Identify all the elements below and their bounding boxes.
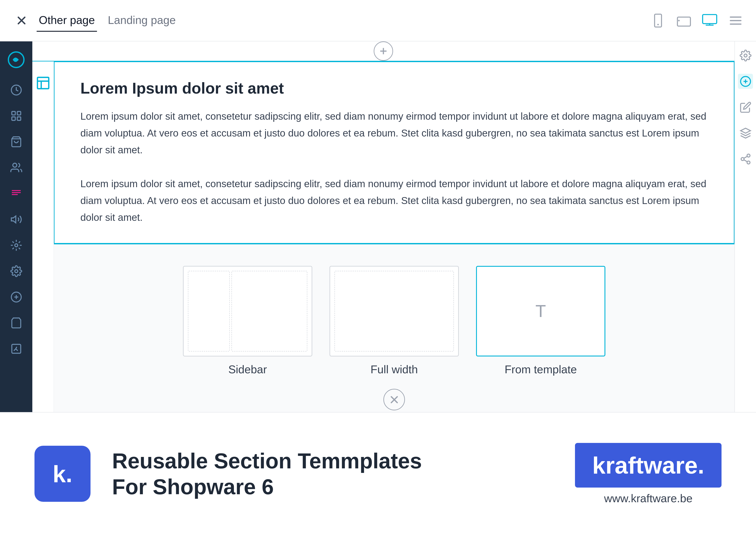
right-settings-button[interactable] [738, 48, 753, 63]
top-bar: Other page Landing page [0, 0, 756, 42]
sidebar-item-plugin[interactable] [9, 238, 24, 253]
content-wrapper: Lorem Ipsum dolor sit amet Lorem ipsum d… [32, 62, 735, 412]
tab-other-page[interactable]: Other page [37, 9, 97, 32]
section-title: Lorem Ipsum dolor sit amet [80, 79, 708, 97]
close-button[interactable] [13, 12, 30, 29]
right-sidebar [735, 42, 756, 412]
right-add-section-button[interactable] [738, 74, 753, 89]
svg-rect-17 [17, 117, 21, 120]
svg-rect-15 [17, 111, 21, 115]
banner-icon: k. [35, 446, 91, 502]
banner-title: Reusable Section Temmplates For Shopware… [112, 448, 554, 500]
svg-rect-32 [37, 77, 49, 89]
preview-main-col [231, 271, 307, 352]
svg-point-42 [747, 154, 750, 157]
svg-rect-14 [12, 111, 15, 115]
svg-point-43 [741, 157, 744, 160]
add-section-top[interactable] [32, 42, 735, 62]
template-label-from-template: From template [504, 363, 577, 376]
left-sidebar [0, 42, 32, 412]
preview-sidebar-col [188, 271, 230, 352]
banner-icon-letter: k. [53, 460, 72, 488]
svg-point-44 [747, 161, 750, 164]
banner-text: Reusable Section Temmplates For Shopware… [112, 448, 554, 500]
svg-marker-41 [741, 128, 750, 133]
section-layout-button[interactable] [35, 74, 52, 92]
banner-logo: kraftware. www.kraftware.be [575, 443, 721, 505]
page-tabs: Other page Landing page [37, 9, 650, 32]
template-card-sidebar[interactable]: Sidebar [183, 266, 312, 376]
sidebar-item-marketing[interactable] [9, 212, 24, 227]
close-chooser-button[interactable] [383, 389, 405, 410]
app-logo[interactable] [7, 50, 26, 70]
template-options: Sidebar Full width [183, 266, 606, 376]
sidebar-item-settings[interactable] [9, 264, 24, 279]
right-layers-button[interactable] [738, 126, 753, 141]
sidebar-item-content[interactable] [9, 186, 24, 201]
main-area: Lorem Ipsum dolor sit amet Lorem ipsum d… [0, 42, 756, 412]
sidebar-item-contacts[interactable] [9, 160, 24, 175]
template-preview-from-template[interactable]: T [476, 266, 606, 356]
template-card-full-width[interactable]: Full width [330, 266, 459, 376]
template-label-full-width: Full width [370, 363, 418, 376]
svg-point-25 [15, 269, 18, 272]
sidebar-navigation [9, 82, 24, 356]
sidebar-item-pages[interactable] [9, 108, 24, 123]
right-edit-button[interactable] [738, 99, 753, 115]
svg-marker-23 [11, 216, 16, 223]
sidebar-item-cart[interactable] [9, 315, 24, 330]
sidebar-item-analytics[interactable] [9, 341, 24, 356]
svg-rect-4 [677, 17, 690, 26]
svg-point-37 [744, 54, 747, 57]
template-label-sidebar: Sidebar [228, 363, 267, 376]
svg-line-46 [744, 156, 747, 158]
sidebar-item-add[interactable] [9, 289, 24, 304]
content-section: Lorem Ipsum dolor sit amet Lorem ipsum d… [54, 62, 735, 244]
template-chooser: Sidebar Full width [54, 244, 735, 412]
template-preview-full-width[interactable] [330, 266, 459, 356]
editor-area: Lorem Ipsum dolor sit amet Lorem ipsum d… [32, 42, 735, 412]
svg-rect-6 [703, 14, 716, 23]
svg-line-45 [744, 159, 747, 161]
right-share-button[interactable] [738, 152, 753, 166]
tablet-view-button[interactable] [676, 13, 691, 28]
sidebar-item-dashboard[interactable] [9, 82, 24, 98]
bottom-banner: k. Reusable Section Temmplates For Shopw… [0, 412, 756, 535]
add-section-top-button[interactable] [374, 42, 393, 61]
sidebar-item-shop[interactable] [9, 134, 24, 149]
kraftware-url: www.kraftware.be [604, 492, 692, 505]
svg-rect-16 [12, 117, 15, 120]
mobile-view-button[interactable] [650, 13, 665, 28]
device-switcher [650, 13, 743, 28]
content-editor: Lorem Ipsum dolor sit amet Lorem ipsum d… [54, 62, 735, 412]
desktop-view-button[interactable] [702, 13, 717, 28]
list-view-button[interactable] [728, 13, 743, 28]
preview-full-box [335, 271, 454, 352]
svg-point-19 [13, 163, 16, 167]
svg-point-24 [15, 244, 18, 247]
template-preview-sidebar[interactable] [183, 266, 312, 356]
template-card-from-template[interactable]: T From template [476, 266, 606, 376]
kraftware-brand: kraftware. [575, 443, 721, 488]
section-controls [32, 62, 54, 412]
section-body: Lorem ipsum dolor sit amet, consetetur s… [80, 108, 708, 226]
tab-landing-page[interactable]: Landing page [106, 9, 178, 32]
